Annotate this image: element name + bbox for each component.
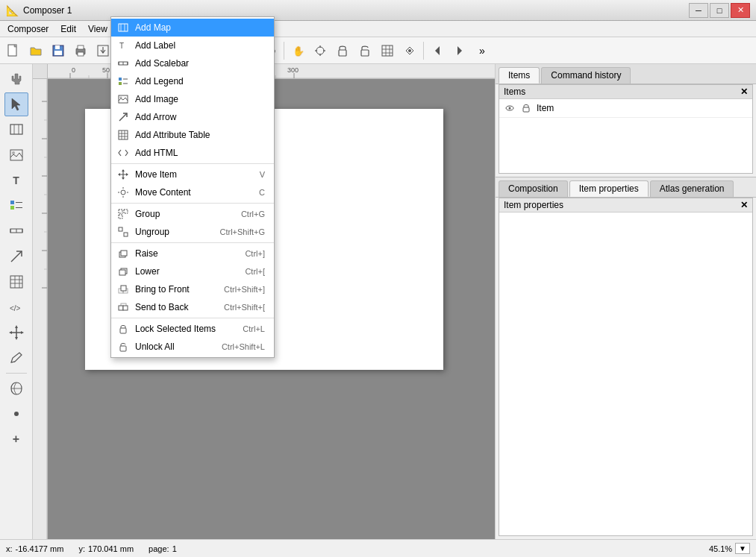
html-icon xyxy=(117,147,129,159)
raise-icon xyxy=(117,248,129,259)
titlebar-left: 📐 Composer 1 xyxy=(6,4,72,16)
add-image-left-btn[interactable] xyxy=(4,143,28,167)
add-table-left-btn[interactable] xyxy=(4,270,28,294)
group-icon xyxy=(117,208,129,220)
select-left-btn[interactable] xyxy=(4,92,28,116)
menu-bring-front[interactable]: Bring to Front Ctrl+Shift+] xyxy=(111,280,274,298)
grid-toolbar-button[interactable] xyxy=(377,40,398,61)
menu-edit[interactable]: Edit xyxy=(54,21,82,37)
unlock-all-shortcut: Ctrl+Shift+L xyxy=(222,342,265,351)
lock-toolbar-button[interactable] xyxy=(332,40,353,61)
close-button[interactable]: ✕ xyxy=(731,3,750,18)
add-label-left-btn[interactable]: T xyxy=(4,169,28,192)
add-scalebar-left-btn[interactable] xyxy=(4,219,28,243)
status-y: y: 170.041 mm xyxy=(78,544,134,553)
items-panel-close[interactable]: ✕ xyxy=(740,86,748,97)
properties-title: Item properties xyxy=(504,200,563,210)
atlas-left-btn[interactable] xyxy=(4,377,28,400)
new-button[interactable] xyxy=(3,40,24,61)
properties-close[interactable]: ✕ xyxy=(740,200,748,210)
add-legend-left-btn[interactable] xyxy=(4,194,28,218)
snap-toolbar-button[interactable] xyxy=(399,40,420,61)
svg-rect-90 xyxy=(10,276,22,288)
add-arrow-label: Add Arrow xyxy=(135,112,265,122)
svg-line-89 xyxy=(11,251,22,262)
lower-label: Lower xyxy=(135,266,239,277)
pan-view-button[interactable]: ✋ xyxy=(287,40,308,61)
open-button[interactable] xyxy=(25,40,46,61)
menu-send-back[interactable]: Send to Back Ctrl+Shift+[ xyxy=(111,298,274,316)
svg-text:T: T xyxy=(119,42,124,50)
svg-rect-34 xyxy=(121,286,126,291)
minimize-button[interactable]: ─ xyxy=(689,3,708,18)
add-arrow-left-btn[interactable] xyxy=(4,245,28,268)
add-html-left-btn[interactable]: </> xyxy=(4,295,28,319)
svg-rect-46 xyxy=(78,45,84,49)
add-map-label: Add Map xyxy=(135,22,265,33)
menu-lower[interactable]: Lower Ctrl+[ xyxy=(111,262,274,280)
menu-add-label[interactable]: T Add Label xyxy=(111,37,274,54)
lock-selected-shortcut: Ctrl+L xyxy=(243,324,265,333)
menu-raise[interactable]: Raise Ctrl+] xyxy=(111,245,274,262)
menu-add-map[interactable]: Add Map xyxy=(111,19,274,37)
table-icon xyxy=(117,129,129,141)
save-button[interactable] xyxy=(48,40,69,61)
item-visibility-icon[interactable] xyxy=(504,102,516,114)
svg-rect-36 xyxy=(119,306,123,310)
restore-button[interactable]: □ xyxy=(710,3,729,18)
send-back-shortcut: Ctrl+Shift+[ xyxy=(224,303,265,312)
menu-group[interactable]: Group Ctrl+G xyxy=(111,205,274,223)
plus-layer-btn[interactable]: + xyxy=(4,427,28,451)
item-lock-icon[interactable] xyxy=(520,102,532,114)
lock-selected-label: Lock Selected Items xyxy=(135,324,237,334)
tab-items[interactable]: Items xyxy=(499,67,540,84)
more-button[interactable]: » xyxy=(472,40,493,61)
send-back-label: Send to Back xyxy=(135,302,218,312)
menu-move-content[interactable]: Move Content C xyxy=(111,183,274,201)
menu-add-html[interactable]: Add HTML xyxy=(111,144,274,162)
svg-rect-31 xyxy=(119,270,125,275)
menu-ungroup[interactable]: Ungroup Ctrl+Shift+G xyxy=(111,223,274,241)
svg-rect-25 xyxy=(119,215,122,218)
next-button[interactable] xyxy=(449,40,470,61)
menu-composer[interactable]: Composer xyxy=(1,21,54,37)
unlock-all-label: Unlock All xyxy=(135,342,216,352)
svg-marker-96 xyxy=(15,325,18,328)
menu-lock-selected[interactable]: Lock Selected Items Ctrl+L xyxy=(111,320,274,338)
menu-move-item[interactable]: Move Item V xyxy=(111,166,274,183)
items-list-row[interactable]: Item xyxy=(499,99,752,118)
svg-rect-27 xyxy=(124,233,128,236)
menu-add-legend[interactable]: Add Legend xyxy=(111,72,274,90)
add-map-left-btn[interactable] xyxy=(4,118,28,142)
menu-unlock-all[interactable]: Unlock All Ctrl+Shift+L xyxy=(111,338,274,356)
tab-command-history[interactable]: Command history xyxy=(541,67,631,84)
pan-left-btn[interactable] xyxy=(4,67,28,91)
unlock-toolbar-button[interactable] xyxy=(354,40,375,61)
point-left-btn[interactable] xyxy=(4,402,28,426)
prev-button[interactable] xyxy=(427,40,448,61)
print-button[interactable] xyxy=(70,40,91,61)
item-label: Item xyxy=(537,103,554,113)
edit-left-btn[interactable] xyxy=(4,346,28,370)
left-toolbar: T </> + xyxy=(0,64,33,539)
menu-add-scalebar[interactable]: Add Scalebar xyxy=(111,54,274,72)
group-label: Group xyxy=(135,209,235,219)
right-panel: Items Command history Items ✕ Item Compo… xyxy=(495,64,756,539)
add-legend-label: Add Legend xyxy=(135,76,265,86)
menu-add-attribute-table[interactable]: Add Attribute Table xyxy=(111,126,274,144)
tab-atlas-generation[interactable]: Atlas generation xyxy=(650,180,734,197)
menu-view[interactable]: View xyxy=(82,21,113,37)
status-zoom[interactable]: 45.1% ▼ xyxy=(709,543,750,554)
move-item-left-btn[interactable] xyxy=(4,321,28,344)
zoom-dropdown-btn[interactable]: ▼ xyxy=(735,543,750,554)
tab-composition[interactable]: Composition xyxy=(499,180,568,197)
svg-rect-44 xyxy=(54,51,62,55)
layout-dropdown-menu: Add Map T Add Label Add Scalebar Add Leg… xyxy=(110,16,275,358)
menu-add-image[interactable]: Add Image xyxy=(111,90,274,108)
bring-front-label: Bring to Front xyxy=(135,284,218,295)
properties-panel: Item properties ✕ xyxy=(499,198,753,536)
crosshair-button[interactable] xyxy=(310,40,331,61)
tab-item-properties[interactable]: Item properties xyxy=(569,180,649,197)
menu-add-arrow[interactable]: Add Arrow xyxy=(111,108,274,126)
move-icon xyxy=(117,169,129,180)
